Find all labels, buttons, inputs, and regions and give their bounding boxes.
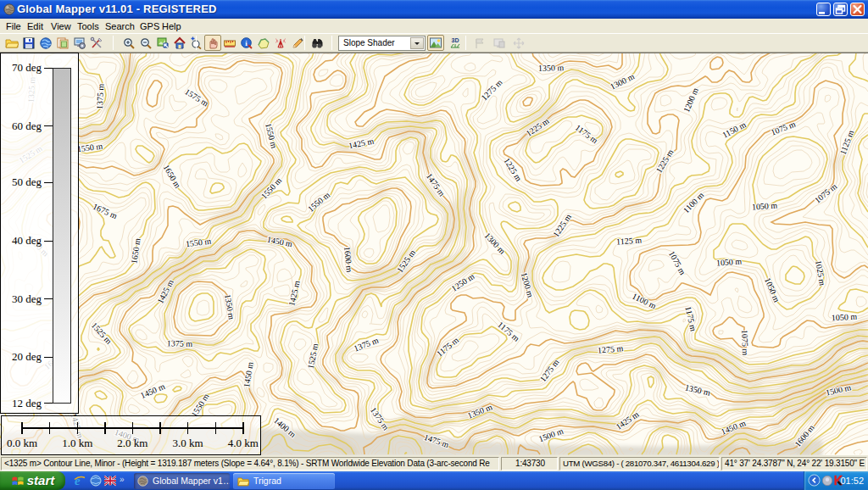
svg-text:1050 m: 1050 m (832, 312, 858, 323)
svg-text:1125 m: 1125 m (616, 235, 643, 246)
svg-text:e: e (75, 474, 81, 487)
svg-text:1050 m: 1050 m (752, 200, 778, 211)
svg-text:1375 m: 1375 m (95, 83, 106, 109)
svg-text:3D: 3D (452, 37, 459, 43)
svg-text:1050 m: 1050 m (716, 256, 743, 267)
svg-text:1075 m: 1075 m (740, 330, 750, 356)
svg-text:1350 m: 1350 m (538, 63, 565, 73)
svg-text:1375 m: 1375 m (167, 338, 193, 348)
